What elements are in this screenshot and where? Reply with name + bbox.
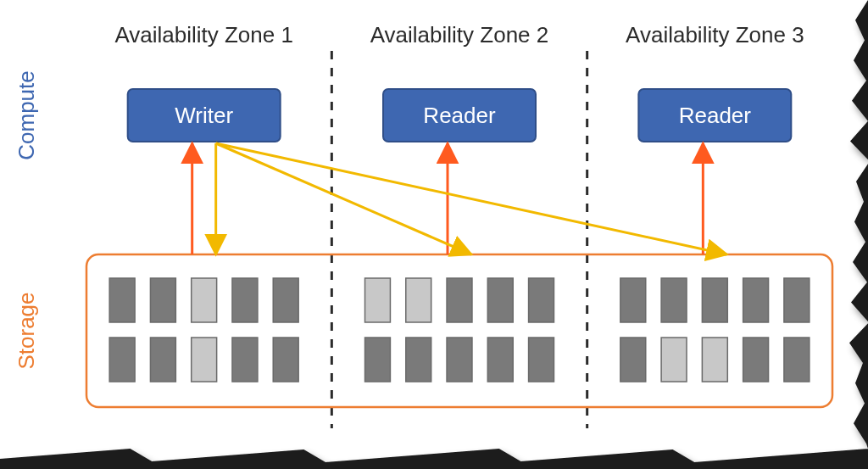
storage-block [529,338,554,382]
storage-block [620,338,646,382]
storage-block [661,338,687,382]
storage-block [620,278,646,322]
storage-block [661,278,687,322]
storage-block [150,338,175,382]
az-label: Availability Zone 3 [626,22,804,47]
storage-block [406,338,431,382]
storage-block [109,278,135,322]
compute-row-label: Compute [14,70,39,160]
write-arrow [216,143,471,254]
storage-block [487,278,513,322]
storage-block [273,338,298,382]
storage-block [273,278,298,322]
storage-block [529,278,554,322]
storage-block [447,338,472,382]
storage-block [232,278,258,322]
writer-label: Writer [175,103,233,128]
storage-block [192,338,217,382]
storage-block [365,338,391,382]
storage-row-label: Storage [14,292,39,369]
architecture-diagram: Availability Zone 1WriterAvailability Zo… [0,0,868,469]
torn-edge [0,0,868,469]
az-label: Availability Zone 2 [370,22,549,47]
storage-block [743,278,769,322]
storage-block [406,278,431,322]
storage-block [192,278,217,322]
storage-block [232,338,258,382]
storage-block [109,338,135,382]
storage-block [447,278,472,322]
storage-block [743,338,769,382]
storage-block [702,278,727,322]
storage-container [86,254,832,407]
az-label: Availability Zone 1 [114,22,293,47]
storage-block [702,338,727,382]
storage-block [784,278,810,322]
storage-block [784,338,810,382]
write-arrow [216,143,727,254]
storage-block [365,278,391,322]
reader1-label: Reader [423,103,496,128]
storage-block [150,278,175,322]
reader2-label: Reader [679,103,752,128]
storage-block [487,338,513,382]
